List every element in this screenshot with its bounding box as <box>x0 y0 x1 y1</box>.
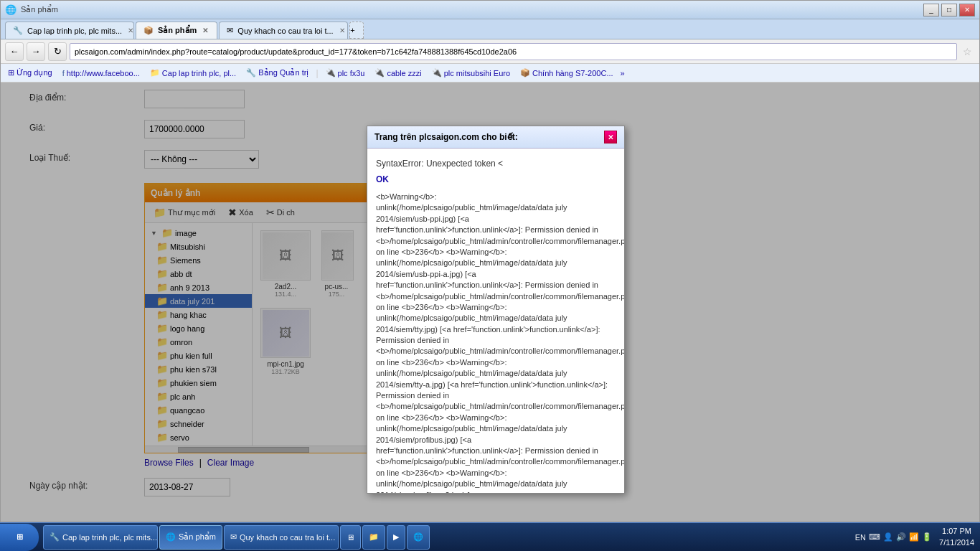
dialog-title-text: Trang trên plcsaigon.com cho biết: <box>374 132 518 142</box>
alert-dialog: Trang trên plcsaigon.com cho biết: ✕ Syn… <box>367 126 625 494</box>
dialog-close-button[interactable]: ✕ <box>604 131 617 143</box>
dialog-body-text: <b>Warning</b>: unlink(/home/plcsaigo/pu… <box>376 192 616 493</box>
tab-favicon-1: 📦 <box>143 26 154 35</box>
reload-button[interactable]: ↻ <box>48 42 67 61</box>
dialog-titlebar: Trang trên plcsaigon.com cho biết: ✕ <box>367 126 624 149</box>
page-body: Địa điểm: Giá: Loại Thuế: --- Không --- <box>1 83 979 522</box>
facebook-icon: f <box>62 69 65 77</box>
tab-close-1[interactable]: ✕ <box>201 27 209 34</box>
forward-button[interactable]: → <box>27 42 45 61</box>
new-tab-button[interactable]: + <box>349 22 364 39</box>
dialog-overlay: Trang trên plcsaigon.com cho biết: ✕ Syn… <box>1 83 979 522</box>
tab-favicon-2: ✉ <box>227 26 233 35</box>
browser-window: 🌐 Sản phẩm _ □ ✕ 🔧 Cap lap trinh plc, pl… <box>0 0 980 522</box>
tab-2[interactable]: ✉ Quy khach co cau tra loi t... ✕ <box>219 22 348 39</box>
bookmarks-bar: ⊞ Ứng dụng f http://www.faceboo... 📁 Cap… <box>1 64 979 83</box>
browser-title: Sản phẩm <box>21 5 919 14</box>
tab-label-0: Cap lap trinh plc, plc mits... <box>27 27 122 35</box>
dialog-ok-button[interactable]: OK <box>376 173 616 186</box>
tab-1[interactable]: 📦 Sản phẩm ✕ <box>136 22 217 39</box>
dialog-error-line: SyntaxError: Unexpected token < <box>376 157 616 170</box>
tab-label-2: Quy khach co cau tra loi t... <box>237 27 333 35</box>
minimize-button[interactable]: _ <box>923 4 939 17</box>
bookmark-plc-fx3u[interactable]: 🔌 plc fx3u <box>323 67 368 79</box>
tab-close-0[interactable]: ✕ <box>126 27 134 34</box>
bookmarks-more[interactable]: » <box>621 69 625 77</box>
tab-0[interactable]: 🔧 Cap lap trinh plc, plc mits... ✕ <box>5 22 134 39</box>
browser-titlebar: 🌐 Sản phẩm _ □ ✕ <box>1 1 979 19</box>
plc-icon-2: 🔌 <box>432 68 442 77</box>
product-icon: 📦 <box>520 68 530 77</box>
back-button[interactable]: ← <box>5 42 24 61</box>
bookmark-star-icon[interactable]: ☆ <box>960 46 975 57</box>
bookmark-facebook[interactable]: f http://www.faceboo... <box>60 67 143 79</box>
apps-icon: ⊞ <box>8 68 14 77</box>
bookmark-chinh-hang[interactable]: 📦 Chính hàng S7-200C... <box>517 67 616 79</box>
tab-label-1: Sản phẩm <box>158 26 197 35</box>
dialog-body: SyntaxError: Unexpected token < OK <b>Wa… <box>367 149 624 493</box>
window-controls: _ □ ✕ <box>923 4 975 17</box>
cable-icon: 🔌 <box>374 68 385 77</box>
bookmark-cap-lap[interactable]: 📁 Cap lap trinh plc, pl... <box>147 67 239 79</box>
url-input[interactable] <box>70 43 957 60</box>
plc-icon-1: 🔌 <box>326 68 336 77</box>
bookmark-cable[interactable]: 🔌 cable zzzi <box>372 67 424 79</box>
bookmark-apps[interactable]: ⊞ Ứng dụng <box>5 67 55 79</box>
address-bar: ← → ↻ ☆ <box>1 39 979 64</box>
bookmark-plc-euro[interactable]: 🔌 plc mitsubsihi Euro <box>429 67 513 79</box>
admin-icon: 🔧 <box>246 68 256 77</box>
bookmark-bang-quan-tri[interactable]: 🔧 Bảng Quản trị <box>243 67 311 79</box>
tab-bar: 🔧 Cap lap trinh plc, plc mits... ✕ 📦 Sản… <box>1 19 979 39</box>
maximize-button[interactable]: □ <box>941 4 957 17</box>
tab-close-2[interactable]: ✕ <box>338 27 347 34</box>
close-button[interactable]: ✕ <box>959 4 975 17</box>
main-content: Địa điểm: Giá: Loại Thuế: --- Không --- <box>1 83 979 522</box>
tab-favicon-0: 🔧 <box>13 26 23 35</box>
folder-icon-1: 📁 <box>150 68 160 77</box>
